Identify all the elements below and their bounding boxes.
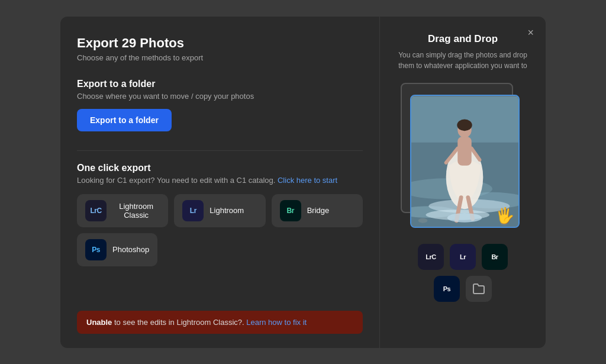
app-button-br[interactable]: Br Bridge: [272, 194, 363, 227]
small-app-icons-row1: LrC Lr Br: [418, 244, 508, 270]
one-click-desc-text: Looking for C1 export? You need to edit …: [77, 176, 275, 185]
small-app-icons-row2: Ps: [434, 276, 492, 302]
export-modal: × Export 29 Photos Choose any of the met…: [60, 17, 546, 348]
svg-rect-8: [457, 136, 471, 165]
app-button-lr[interactable]: Lr Lightroom: [174, 194, 265, 227]
small-folder-icon: [466, 276, 492, 302]
small-br-icon: Br: [482, 244, 508, 270]
modal-title: Export 29 Photos: [77, 36, 363, 51]
photo-drag-area[interactable]: 🖐: [401, 83, 525, 231]
section-divider: [77, 150, 363, 151]
export-folder-button[interactable]: Export to a folder: [77, 109, 172, 131]
small-lr-icon: Lr: [450, 244, 476, 270]
warning-text: to see the edits in Lightroom Classic?.: [112, 318, 244, 327]
app-button-ps[interactable]: Ps Photoshop: [77, 233, 157, 266]
lr-label: Lightroom: [209, 206, 244, 215]
br-label: Bridge: [307, 206, 330, 215]
one-click-desc: Looking for C1 export? You need to edit …: [77, 176, 363, 185]
export-folder-title: Export to a folder: [77, 79, 363, 89]
one-click-title: One click export: [77, 163, 363, 173]
lrc-label: Lightroom Classic: [112, 202, 160, 220]
c1-catalog-link[interactable]: Click here to start: [278, 176, 337, 185]
left-panel: Export 29 Photos Choose any of the metho…: [60, 17, 380, 348]
svg-point-15: [447, 213, 482, 223]
close-button[interactable]: ×: [525, 25, 536, 40]
warning-bar: Unable to see the edits in Lightroom Cla…: [77, 311, 363, 334]
export-folder-section: Export to a folder Choose where you want…: [77, 79, 363, 131]
ps-label: Photoshop: [112, 245, 149, 254]
svg-point-16: [418, 218, 428, 223]
one-click-section: One click export Looking for C1 export? …: [77, 163, 363, 266]
lrc-icon: LrC: [85, 200, 107, 221]
fix-link[interactable]: Learn how to fix it: [246, 318, 307, 327]
warning-bold: Unable: [86, 318, 112, 327]
drag-cursor: 🖐: [495, 207, 514, 225]
lr-icon: Lr: [182, 200, 204, 221]
app-button-lrc[interactable]: LrC Lightroom Classic: [77, 194, 168, 227]
export-folder-desc: Choose where you want to move / copy you…: [77, 92, 363, 101]
ps-icon: Ps: [85, 239, 107, 260]
app-grid-row2: Ps Photoshop: [77, 233, 363, 266]
small-ps-icon: Ps: [434, 276, 460, 302]
small-lrc-icon: LrC: [418, 244, 444, 270]
right-panel: Drag and Drop You can simply drag the ph…: [380, 17, 546, 348]
drag-title: Drag and Drop: [428, 33, 498, 45]
svg-point-10: [457, 119, 472, 131]
app-grid: LrC Lightroom Classic Lr Lightroom Br Br…: [77, 194, 363, 227]
br-icon: Br: [280, 200, 301, 221]
modal-subtitle: Choose any of the methods to export: [77, 53, 363, 62]
drag-desc: You can simply drag the photos and drop …: [394, 50, 531, 71]
